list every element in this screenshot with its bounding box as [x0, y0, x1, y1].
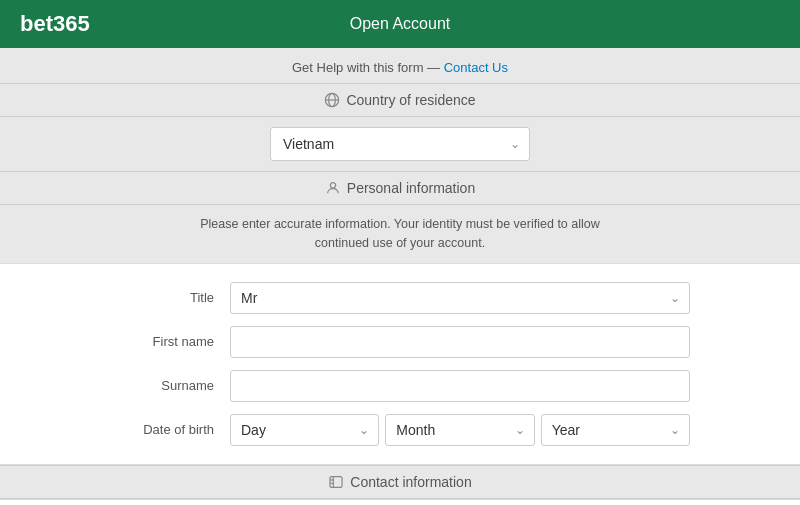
globe-icon — [324, 92, 340, 108]
country-select-wrap: Vietnam ⌄ — [270, 127, 530, 161]
contact-icon — [328, 474, 344, 490]
first-name-input[interactable] — [230, 326, 690, 358]
dob-month-select[interactable]: Month JanuaryFebruaryMarch AprilMayJune … — [385, 414, 534, 446]
dob-group: Day 12345 678910 1112131415 1617181920 2… — [230, 414, 690, 446]
title-select-wrap: Mr Mrs Miss Ms Dr Prof ⌄ — [230, 282, 690, 314]
contact-form: Email address ⓘ Contact number +84 ⓘ — [0, 499, 800, 506]
title-select[interactable]: Mr Mrs Miss Ms Dr Prof — [230, 282, 690, 314]
header: bet365 Open Account — [0, 0, 800, 48]
surname-label: Surname — [110, 378, 230, 393]
country-select[interactable]: Vietnam — [270, 127, 530, 161]
contact-us-link[interactable]: Contact Us — [444, 60, 508, 75]
help-bar: Get Help with this form — Contact Us — [0, 48, 800, 83]
svg-point-3 — [330, 183, 335, 188]
dob-year-select[interactable]: Year — [541, 414, 690, 446]
personal-form: Title Mr Mrs Miss Ms Dr Prof ⌄ First nam… — [0, 263, 800, 465]
dob-year-wrap: Year ⌄ — [541, 414, 690, 446]
first-name-row: First name — [110, 320, 690, 364]
title-label: Title — [110, 290, 230, 305]
dob-day-wrap: Day 12345 678910 1112131415 1617181920 2… — [230, 414, 379, 446]
logo-text: bet — [20, 11, 53, 36]
country-section-label: Country of residence — [346, 92, 475, 108]
page-title: Open Account — [350, 15, 451, 33]
contact-section-label: Contact information — [350, 474, 471, 490]
dob-label: Date of birth — [110, 422, 230, 437]
person-icon — [325, 180, 341, 196]
contact-section-header: Contact information — [0, 465, 800, 499]
first-name-field-wrap — [230, 326, 690, 358]
logo: bet365 — [20, 11, 90, 37]
personal-section-label: Personal information — [347, 180, 475, 196]
surname-input[interactable] — [230, 370, 690, 402]
personal-info-note: Please enter accurate information. Your … — [0, 205, 800, 263]
surname-row: Surname — [110, 364, 690, 408]
title-row: Title Mr Mrs Miss Ms Dr Prof ⌄ — [110, 276, 690, 320]
surname-field-wrap — [230, 370, 690, 402]
country-dropdown-section: Vietnam ⌄ — [0, 117, 800, 171]
personal-section-header: Personal information — [0, 171, 800, 205]
svg-rect-4 — [330, 476, 342, 487]
first-name-label: First name — [110, 334, 230, 349]
dob-month-wrap: Month JanuaryFebruaryMarch AprilMayJune … — [385, 414, 534, 446]
help-text: Get Help with this form — — [292, 60, 440, 75]
country-section-header: Country of residence — [0, 83, 800, 117]
dob-row: Date of birth Day 12345 678910 111213141… — [110, 408, 690, 452]
main-content: Get Help with this form — Contact Us Cou… — [0, 48, 800, 505]
dob-day-select[interactable]: Day 12345 678910 1112131415 1617181920 2… — [230, 414, 379, 446]
